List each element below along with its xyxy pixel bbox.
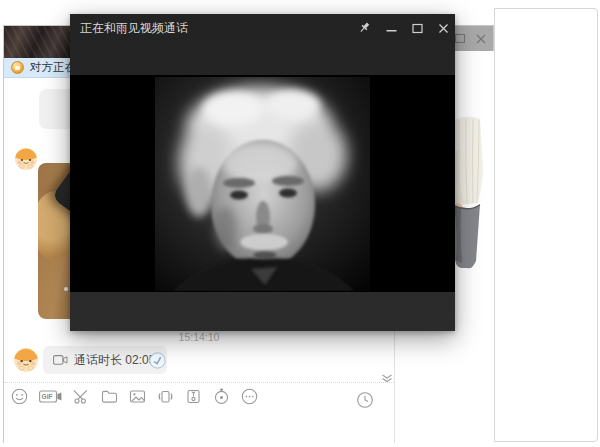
- gif-icon[interactable]: GIF: [39, 388, 62, 405]
- maximize-icon[interactable]: [411, 22, 423, 34]
- video-window-controls: [359, 14, 449, 42]
- avatar[interactable]: [14, 147, 38, 171]
- file-folder-icon[interactable]: [101, 388, 118, 405]
- emoji-icon[interactable]: [11, 388, 28, 405]
- gift-box-icon[interactable]: [185, 388, 202, 405]
- avatar[interactable]: [13, 347, 39, 373]
- minimize-icon[interactable]: [385, 22, 397, 34]
- record-icon[interactable]: [213, 388, 230, 405]
- remote-video-portrait: [155, 77, 370, 291]
- video-window-bottom-strip: [70, 292, 455, 331]
- window-shake-icon[interactable]: [157, 388, 174, 405]
- call-icon: [11, 61, 24, 74]
- message-input-area[interactable]: GIF: [4, 382, 394, 443]
- chat-window-controls: [454, 26, 487, 51]
- video-call-title: 正在和雨见视频通话: [80, 20, 188, 37]
- timestamp: 15:14:10: [4, 331, 394, 343]
- chat-toolbar: GIF: [11, 388, 258, 405]
- video-feed-area: [70, 75, 455, 292]
- screenshot-scissors-icon[interactable]: [73, 388, 90, 405]
- video-camera-icon: [53, 354, 68, 366]
- call-duration-text: 通话时长 02:05: [74, 352, 155, 369]
- more-icon[interactable]: [241, 388, 258, 405]
- pin-icon[interactable]: [359, 22, 371, 34]
- clock-icon[interactable]: [356, 391, 374, 409]
- screenshot-root: 对方正在和您 15:14:10: [0, 0, 600, 447]
- image-icon[interactable]: [129, 388, 146, 405]
- video-call-titlebar[interactable]: 正在和雨见视频通话: [70, 14, 455, 42]
- maximize-icon[interactable]: [454, 33, 466, 45]
- photo-detail-dot: [64, 287, 68, 291]
- chat-theme-banner: [4, 26, 72, 58]
- delivered-check-icon: [149, 352, 166, 369]
- svg-text:GIF: GIF: [42, 393, 53, 400]
- close-icon[interactable]: [437, 22, 449, 34]
- close-icon[interactable]: [475, 33, 487, 45]
- background-right-panel: [494, 8, 598, 442]
- video-call-window: 正在和雨见视频通话: [70, 14, 455, 331]
